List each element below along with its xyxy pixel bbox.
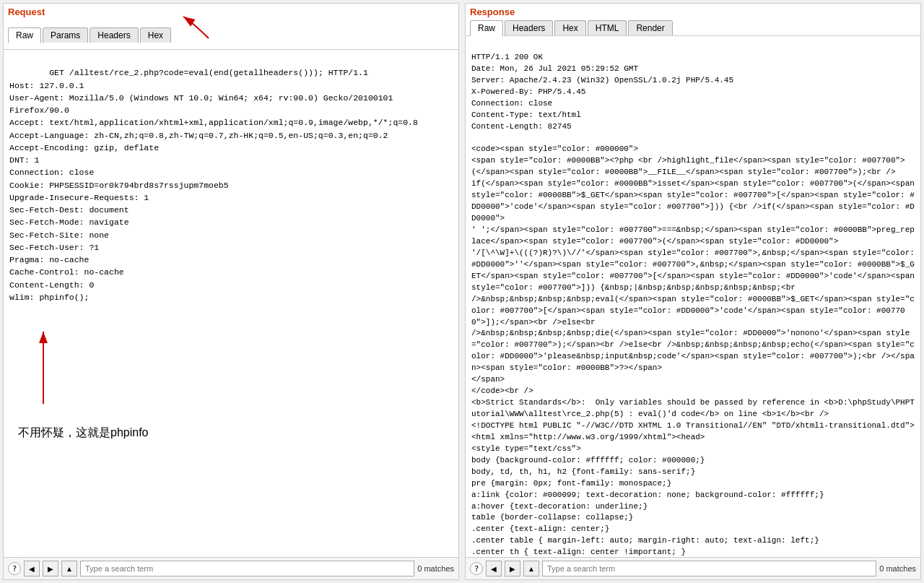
- tab-hex-response[interactable]: Hex: [554, 20, 585, 35]
- arrow-annotation-top: [180, 13, 223, 42]
- next-button-response[interactable]: ▶: [505, 561, 520, 576]
- prev-button-request[interactable]: ◀: [24, 561, 40, 576]
- request-header: Request Raw Params Headers Hex: [4, 4, 458, 50]
- response-title: Response: [470, 7, 916, 17]
- request-footer: ? ◀ ▶ ▲ 0 matches: [4, 557, 458, 579]
- request-panel: Request Raw Params Headers Hex: [3, 3, 459, 580]
- up-button-response[interactable]: ▲: [523, 561, 539, 576]
- tab-params-request[interactable]: Params: [43, 27, 88, 43]
- tab-hex-request[interactable]: Hex: [140, 27, 171, 43]
- request-title: Request: [8, 7, 454, 17]
- tab-raw-request[interactable]: Raw: [8, 27, 41, 43]
- tab-html-response[interactable]: HTML: [588, 20, 627, 35]
- response-panel: Response Raw Headers Hex HTML Render HTT…: [465, 3, 921, 580]
- tab-headers-response[interactable]: Headers: [505, 20, 553, 35]
- response-footer: ? ◀ ▶ ▲ 0 matches: [466, 557, 920, 579]
- search-input-response[interactable]: [542, 561, 876, 576]
- tab-render-response[interactable]: Render: [628, 20, 672, 35]
- help-icon-request[interactable]: ?: [8, 562, 21, 575]
- response-tab-bar: Raw Headers Hex HTML Render: [470, 20, 916, 35]
- help-icon-response[interactable]: ?: [470, 562, 483, 575]
- response-content: HTTP/1.1 200 OK Date: Mon, 26 Jul 2021 0…: [466, 36, 920, 557]
- prev-button-response[interactable]: ◀: [486, 561, 502, 576]
- tab-headers-request[interactable]: Headers: [90, 27, 138, 43]
- request-content: GET /alltest/rce_2.php?code=eval(end(get…: [4, 50, 458, 557]
- matches-response: 0 matches: [879, 564, 916, 573]
- request-tab-bar: Raw Params Headers Hex: [8, 20, 454, 49]
- next-button-request[interactable]: ▶: [43, 561, 58, 576]
- request-text: GET /alltest/rce_2.php?code=eval(end(get…: [9, 68, 418, 302]
- response-header: Response Raw Headers Hex HTML Render: [466, 4, 920, 36]
- search-input-request[interactable]: [80, 561, 414, 576]
- up-button-request[interactable]: ▲: [61, 561, 77, 576]
- tab-raw-response[interactable]: Raw: [470, 20, 503, 36]
- matches-request: 0 matches: [417, 564, 454, 573]
- response-line1: HTTP/1.1 200 OK Date: Mon, 26 Jul 2021 0…: [471, 53, 920, 557]
